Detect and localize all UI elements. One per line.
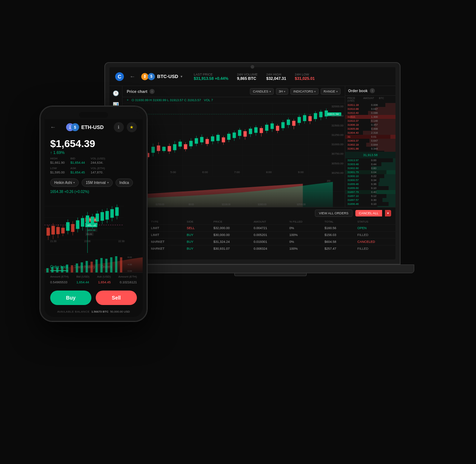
balance-label: AVAILABLE BALANCE xyxy=(57,310,90,313)
ob-ask-row: 31903.37 0.647 xyxy=(345,139,395,143)
indicators-button[interactable]: INDICATORS ▾ xyxy=(290,88,319,95)
usd-icon-mobile: $ xyxy=(71,123,79,131)
svg-rect-157 xyxy=(120,257,122,272)
mobile-volume-chart: 8.00 4.00 0.00 xyxy=(44,254,143,272)
phone-outer: ← Ξ $ ETH-USD ℹ ★ $1,654.39 xyxy=(39,106,148,322)
low-label: 24H LOW xyxy=(295,73,315,76)
high-value: $32,047.31 xyxy=(266,76,286,81)
interval-chevron-icon: ▾ xyxy=(107,181,109,184)
mobile-low-value: $1,595.00 xyxy=(50,171,65,174)
svg-rect-140 xyxy=(116,207,118,216)
ob-bid-row: 31897.57 0.30 xyxy=(345,198,395,202)
ob-ask-row: 31904.40 2.316 xyxy=(345,131,395,135)
pair-chevron-icon[interactable]: ▾ xyxy=(181,74,182,78)
last-price-stat: LAST PRICE $31,913.58 +0.44% xyxy=(194,73,229,81)
desktop-main: 🕐 📊 Price chart i CANDLES xyxy=(109,86,395,207)
svg-rect-77 xyxy=(303,115,306,121)
cancel-all-chevron[interactable]: ▾ xyxy=(385,210,391,216)
svg-rect-148 xyxy=(76,263,78,272)
low-value: $31,025.01 xyxy=(295,76,315,81)
back-button[interactable]: ← xyxy=(130,73,135,80)
order-row: BTC-USD LIMIT SELL $32,000.00 0.004721 0… xyxy=(109,225,395,232)
order-book: Order book i PRICE (USD) AMOUNT BTC 3191… xyxy=(345,86,395,207)
mobile-price: $1,654.39 xyxy=(50,138,137,150)
mobile-price-section: $1,654.39 ↑ 1.69% HIGH $1,661.90 BID $1,… xyxy=(44,135,143,176)
svg-rect-51 xyxy=(233,133,236,138)
col-total: TOTAL xyxy=(320,219,353,225)
mobile-star-button[interactable]: ★ xyxy=(127,122,137,132)
col-side: SIDE xyxy=(182,219,209,225)
chart-title-group: Price chart i xyxy=(127,89,155,94)
buy-button[interactable]: Buy xyxy=(50,291,91,305)
mobile-arrow-up-icon: ↑ xyxy=(50,150,52,155)
market-stats: LAST PRICE $31,913.58 +0.44% 24H VOLUME … xyxy=(194,73,315,81)
mobile-controls: Heikin Ashi ▾ 15M Interval ▾ Indica xyxy=(44,176,143,190)
svg-rect-75 xyxy=(298,117,300,123)
laptop-notch xyxy=(251,65,254,69)
ob-bid-row: 31895.60 0.44 xyxy=(345,206,395,207)
ob-bid-row: 31900.10 0.22 xyxy=(345,174,395,178)
cancel-all-button[interactable]: CANCEL ALL xyxy=(355,210,382,216)
mobile-info-button[interactable]: ℹ xyxy=(114,122,124,132)
mobile-balance: AVAILABLE BALANCE 1.56673 BTC 50,000.00 … xyxy=(44,309,143,317)
svg-rect-61 xyxy=(260,128,263,133)
phone-notch xyxy=(44,111,143,119)
ob-eth-amount1: 0.54965533 xyxy=(50,280,68,284)
desktop-header: C ← ₿ $ BTC-USD ▾ LAST PRICE $31,913.58 … xyxy=(109,67,395,86)
svg-rect-65 xyxy=(271,124,273,129)
svg-rect-27 xyxy=(168,146,171,151)
btc-icon: ₿ xyxy=(141,73,148,80)
ob-ask-row: 31910.88 0.047 xyxy=(345,107,395,111)
svg-rect-143 xyxy=(51,267,53,272)
mobile-low-stat: LOW $1,595.00 xyxy=(50,167,65,174)
volume-stat: 24H VOLUME 9,865 BTC xyxy=(237,73,258,81)
mobile-ask-value: $1,654.45 xyxy=(70,171,85,174)
ob-bid-row-highlight: 31901.79 0.04 xyxy=(345,170,395,174)
mobile-vol-usd-stat: VOL (USD) 244,634. xyxy=(91,157,105,164)
interval-button-mobile[interactable]: 15M Interval ▾ xyxy=(82,179,112,187)
mobile-header: ← Ξ $ ETH-USD ℹ ★ xyxy=(44,119,143,135)
svg-text:4.00: 4.00 xyxy=(127,263,132,266)
ob-bid-row: 31900.57 0.34 xyxy=(345,178,395,182)
interval-button[interactable]: 3H ▾ xyxy=(276,88,289,95)
svg-rect-130 xyxy=(91,217,94,225)
indicators-button-mobile[interactable]: Indica xyxy=(116,179,133,187)
volume-value: 9,865 BTC xyxy=(237,76,258,81)
svg-rect-73 xyxy=(292,121,295,126)
svg-rect-59 xyxy=(254,128,257,133)
mobile-ask-stat: ASK $1,654.45 xyxy=(70,167,85,174)
svg-rect-144 xyxy=(56,267,58,272)
svg-rect-156 xyxy=(115,256,117,272)
trading-pair: BTC-USD xyxy=(157,74,178,79)
ob-bid-row-highlight: 31897.79 0.40 xyxy=(345,190,395,194)
ob-spread: 31,913.58 xyxy=(345,152,395,158)
svg-rect-134 xyxy=(101,212,104,220)
chart-area: Price chart i CANDLES ▾ 3H ▾ xyxy=(122,86,345,207)
mobile-ob-header: Amount (ETH) Bid (USD) Ask (USD) Amount … xyxy=(50,275,137,278)
clock-icon[interactable]: 🕐 xyxy=(113,90,119,96)
ob-info-icon[interactable]: i xyxy=(370,88,375,93)
heikin-ashi-button[interactable]: Heikin Ashi ▾ xyxy=(50,179,79,187)
pair-selector[interactable]: ₿ $ BTC-USD ▾ xyxy=(141,73,182,80)
chart-info-icon[interactable]: i xyxy=(150,89,155,94)
svg-rect-108 xyxy=(56,227,59,234)
svg-rect-118 xyxy=(81,218,84,227)
mobile-x-labels: 21:30 22:00 22:30 xyxy=(50,240,125,242)
svg-text:200: 200 xyxy=(327,179,330,182)
ob-ask-row: 31906.18 0.357 xyxy=(345,123,395,127)
candlestick-chart: .grid-line { stroke: #1e1e1e; stroke-wid… xyxy=(122,103,345,176)
svg-text:8.00: 8.00 xyxy=(127,256,132,258)
candles-button[interactable]: CANDLES ▾ xyxy=(250,88,274,95)
svg-rect-138 xyxy=(111,209,113,218)
mobile-back-button[interactable]: ← xyxy=(50,124,56,130)
sell-button[interactable]: Sell xyxy=(96,291,137,305)
mobile-high-stat: HIGH $1,661.90 xyxy=(50,157,65,164)
svg-rect-112 xyxy=(66,222,69,231)
ob-bid-row: 31902.60 0.80 xyxy=(345,166,395,170)
svg-rect-25 xyxy=(163,147,165,151)
svg-rect-155 xyxy=(110,257,112,272)
view-all-orders-button[interactable]: VIEW ALL ORDERS xyxy=(315,210,352,217)
range-button[interactable]: RANGE ▾ xyxy=(321,88,341,95)
mobile-pair-icons: Ξ $ xyxy=(66,123,79,131)
mobile-pair: Ξ $ ETH-USD xyxy=(66,123,104,131)
